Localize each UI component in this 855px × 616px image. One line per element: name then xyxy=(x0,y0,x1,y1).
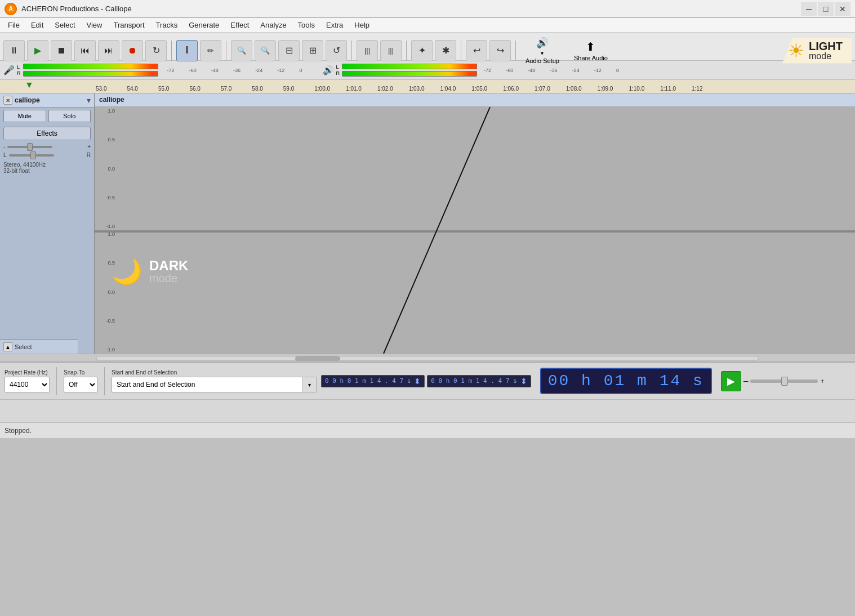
track-header: ✕ calliope ▾ xyxy=(0,93,94,108)
track-dropdown-icon[interactable]: ▾ xyxy=(87,96,91,105)
light-mode-line2: mode xyxy=(809,52,843,61)
selection-start-spinner[interactable]: ⬍ xyxy=(414,377,421,386)
draw-tool-button[interactable]: ✏ xyxy=(200,40,221,61)
status-text: Stopped. xyxy=(5,427,32,435)
waveform-area[interactable]: calliope xyxy=(95,93,855,354)
status-bar: Stopped. xyxy=(0,422,855,438)
selection-end-input[interactable]: 0 0 h 0 1 m 1 4 . 4 7 s ⬍ xyxy=(427,375,531,387)
speaker-icon: 🔊 xyxy=(323,65,334,75)
audio-setup-label: Audio Setup xyxy=(526,57,559,64)
track-close-button[interactable]: ✕ xyxy=(3,96,12,105)
silence-button[interactable]: ||| xyxy=(380,40,402,61)
maximize-button[interactable]: □ xyxy=(818,2,834,16)
record-button[interactable]: ⏺ xyxy=(122,40,143,61)
scrollbar-track[interactable] xyxy=(96,356,759,360)
title-bar: A ACHERON Productions - Calliope ─ □ ✕ xyxy=(0,0,855,18)
star-tool-button[interactable]: ✱ xyxy=(435,40,456,61)
menu-help[interactable]: Help xyxy=(349,19,375,31)
redo-button[interactable]: ↪ xyxy=(489,40,511,61)
playback-lr-labels: LR xyxy=(336,64,340,76)
split-container: 1.00.50.0-0.5-1.0 xyxy=(95,107,855,354)
menu-tracks[interactable]: Tracks xyxy=(150,19,184,31)
sun-icon: ☀ xyxy=(788,40,804,61)
menu-effect[interactable]: Effect xyxy=(225,19,255,31)
selection-start-value: 0 0 h 0 1 m 1 4 . 4 7 s xyxy=(325,377,411,385)
big-time-display: 00 h 01 m 14 s xyxy=(540,368,712,394)
audio-setup-button[interactable]: 🔊 ▾ Audio Setup xyxy=(520,34,564,67)
selection-section: Start and End of Selection Start and End… xyxy=(112,369,317,392)
channel-bottom-bg: 1.00.50.0-0.5-1.0 xyxy=(95,230,855,354)
expand-button[interactable]: ▲ xyxy=(3,342,12,351)
meter-scale-labels: -72-60-48-36-24-120 xyxy=(165,68,302,73)
playback-meter-bar-r xyxy=(342,71,477,77)
skip-back-button[interactable]: ⏮ xyxy=(74,40,96,61)
app-title: ACHERON Productions - Calliope xyxy=(21,5,132,13)
zoom-fit-button[interactable]: ⊟ xyxy=(278,40,300,61)
menu-bar: File Edit Select View Transport Tracks G… xyxy=(0,18,855,33)
select-label: Select xyxy=(15,343,32,350)
undo-button[interactable]: ↩ xyxy=(466,40,487,61)
selection-tool-button[interactable]: I xyxy=(176,40,198,61)
menu-generate[interactable]: Generate xyxy=(183,19,225,31)
multi-tool-button[interactable]: ✦ xyxy=(411,40,433,61)
stop-button[interactable]: ⏹ xyxy=(51,40,72,61)
menu-view[interactable]: View xyxy=(81,19,108,31)
big-time-value: 00 h 01 m 14 s xyxy=(548,372,704,390)
menu-extra[interactable]: Extra xyxy=(320,19,349,31)
effects-area: Effects xyxy=(0,124,94,142)
bottom-controls: Project Rate (Hz) 44100 22050 48000 9600… xyxy=(0,363,855,400)
waveform-top-light xyxy=(95,107,855,230)
zoom-out-button[interactable]: 🔍 xyxy=(231,40,252,61)
share-audio-label: Share Audio xyxy=(574,55,608,61)
snap-select[interactable]: Off Nearest Prior Next xyxy=(64,377,97,392)
zoom-in-button[interactable]: 🔍 xyxy=(255,40,276,61)
selection-label: Start and End of Selection xyxy=(112,369,317,376)
track-panel: ✕ calliope ▾ Mute Solo Effects - + L xyxy=(0,93,95,354)
close-button[interactable]: ✕ xyxy=(835,2,850,16)
pan-slider[interactable] xyxy=(9,154,54,157)
mute-button[interactable]: Mute xyxy=(3,110,46,122)
effects-button[interactable]: Effects xyxy=(3,127,91,140)
menu-file[interactable]: File xyxy=(2,19,25,31)
play-button-green[interactable]: ▶ xyxy=(721,371,741,391)
project-rate-select[interactable]: 44100 22050 48000 96000 xyxy=(5,377,50,392)
gain-max-label: + xyxy=(87,144,91,150)
scrollbar-thumb[interactable] xyxy=(295,356,340,361)
toolbar: ⏸ ▶ ⏹ ⏮ ⏭ ⏺ ↻ I ✏ 🔍 🔍 ⊟ ⊞ ↺ ||| ||| ✦ ✱ … xyxy=(0,33,855,61)
menu-select[interactable]: Select xyxy=(49,19,81,31)
track-info-line1: Stereo, 44100Hz xyxy=(3,162,91,168)
svg-rect-1 xyxy=(95,107,855,230)
volume-slider[interactable] xyxy=(750,380,818,383)
zoom-reset-button[interactable]: ↺ xyxy=(326,40,347,61)
menu-transport[interactable]: Transport xyxy=(108,19,150,31)
selection-end-spinner[interactable]: ⬍ xyxy=(520,377,527,386)
share-audio-icon: ⬆ xyxy=(586,40,595,53)
menu-tools[interactable]: Tools xyxy=(292,19,320,31)
volume-area: ─ + xyxy=(743,377,825,385)
svg-rect-3 xyxy=(95,107,855,230)
dark-mode-text: DARK mode xyxy=(149,259,188,284)
selection-type-select[interactable]: Start and End of Selection Start and Len… xyxy=(112,377,303,392)
gain-slider[interactable] xyxy=(7,146,52,148)
waveform-bottom-light xyxy=(95,230,855,354)
skip-forward-button[interactable]: ⏭ xyxy=(98,40,119,61)
separator-1 xyxy=(171,41,172,61)
minimize-button[interactable]: ─ xyxy=(801,2,817,16)
loop-button[interactable]: ↻ xyxy=(145,40,167,61)
ruler-marks: 53.0 54.0 55.0 56.0 57.0 58.0 59.0 1:00.… xyxy=(96,86,703,92)
gain-slider-container xyxy=(7,146,85,148)
playback-scale-labels: -72-60-48-36-24-120 xyxy=(482,68,619,73)
zoom-selection-button[interactable]: ⊞ xyxy=(302,40,323,61)
solo-button[interactable]: Solo xyxy=(48,110,91,122)
title-bar-left: A ACHERON Productions - Calliope xyxy=(5,3,132,15)
selection-dropdown-arrow[interactable]: ▾ xyxy=(303,377,317,392)
pause-button[interactable]: ⏸ xyxy=(3,40,25,61)
play-button[interactable]: ▶ xyxy=(27,40,48,61)
divider-2 xyxy=(104,367,105,395)
menu-edit[interactable]: Edit xyxy=(25,19,49,31)
share-audio-button[interactable]: ⬆ Share Audio xyxy=(567,37,615,64)
menu-analyze[interactable]: Analyze xyxy=(255,19,292,31)
selection-start-input[interactable]: 0 0 h 0 1 m 1 4 . 4 7 s ⬍ xyxy=(321,375,425,387)
clip-trim-button[interactable]: ||| xyxy=(357,40,378,61)
gain-thumb xyxy=(27,143,33,151)
